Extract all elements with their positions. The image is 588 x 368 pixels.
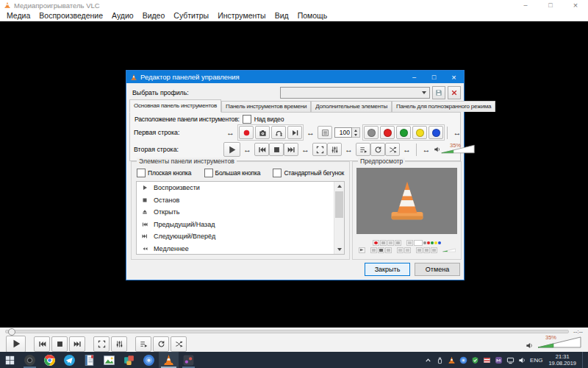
play-button[interactable] [6, 336, 26, 353]
playlist-button[interactable] [135, 336, 151, 352]
flat-button-option[interactable]: Плоская кнопка [137, 169, 191, 177]
checkbox[interactable] [273, 169, 282, 177]
teletext-green-button[interactable] [396, 126, 411, 139]
ab-loop-button[interactable] [271, 126, 286, 139]
taskbar-browser-dark[interactable] [20, 352, 40, 368]
previous-button[interactable] [34, 336, 50, 352]
spin-down-arrow[interactable] [352, 132, 359, 137]
volume-widget[interactable]: 35% [441, 144, 475, 155]
blue-app-tray-icon[interactable] [459, 356, 467, 364]
native-slider-option[interactable]: Стандартный бегунок [273, 169, 344, 177]
checkbox[interactable] [204, 169, 213, 177]
striped-flag-tray-icon[interactable] [483, 356, 491, 364]
snapshot-button[interactable] [255, 126, 270, 139]
next-button[interactable] [69, 336, 85, 352]
profile-combobox[interactable] [280, 87, 430, 99]
tab-advanced-widget[interactable]: Дополнительные элементы [311, 101, 392, 112]
volume-slider[interactable]: 35% [537, 336, 582, 351]
save-profile-button[interactable] [432, 86, 445, 99]
scroll-up-arrow[interactable] [334, 182, 344, 191]
record-button[interactable] [239, 126, 254, 139]
seek-slider[interactable] [5, 330, 569, 333]
list-scrollbar[interactable] [334, 182, 344, 254]
list-item-open[interactable]: Открыть [137, 206, 344, 219]
menu-subtitles[interactable]: Субтитры [169, 11, 213, 20]
network-icon[interactable] [506, 356, 514, 364]
taskbar-photos[interactable] [99, 352, 119, 368]
minimize-button[interactable] [513, 0, 538, 10]
seek-handle[interactable] [8, 328, 15, 336]
taskbar-app-blue[interactable] [139, 352, 159, 368]
extended-settings-button[interactable] [111, 336, 127, 352]
teletext-blue-button[interactable] [429, 126, 443, 139]
equalizer-widget[interactable] [327, 143, 342, 156]
taskbar-notepad[interactable] [79, 352, 99, 368]
tab-fullscreen-controller[interactable]: Панель для полноэкранного режима [392, 101, 495, 112]
spacer-widget [298, 145, 312, 154]
maximize-button[interactable] [538, 0, 563, 10]
fullscreen-widget[interactable] [312, 143, 327, 156]
teletext-yellow-button[interactable] [412, 126, 427, 139]
volume-tray-icon[interactable] [518, 356, 526, 364]
language-indicator[interactable]: ENG [530, 357, 542, 364]
hidden-icons-chevron[interactable] [424, 356, 432, 364]
play-widget[interactable] [223, 142, 240, 157]
clock[interactable]: 21:31 19.08.2019 [546, 353, 578, 367]
start-button[interactable] [0, 352, 20, 368]
stop-button[interactable] [51, 336, 68, 352]
shuffle-widget[interactable] [385, 143, 400, 156]
list-item-play[interactable]: Воспроизвести [137, 182, 344, 194]
dialog-maximize-button[interactable] [424, 71, 444, 83]
above-video-checkbox[interactable] [243, 115, 251, 124]
big-button-option[interactable]: Большая кнопка [204, 169, 261, 177]
shuffle-button[interactable] [171, 336, 187, 352]
tab-main-toolbar[interactable]: Основная панель инструментов [129, 99, 221, 113]
tab-time-toolbar[interactable]: Панель инструментов времени [221, 101, 311, 112]
list-item-stop[interactable]: Останов [137, 194, 344, 207]
teletext-page-spinbox[interactable]: 100 [334, 127, 360, 138]
teletext-red-button[interactable] [380, 126, 395, 139]
mini-shuffle [431, 247, 437, 253]
dialog-close-button[interactable] [444, 71, 464, 83]
scroll-down-arrow[interactable] [334, 245, 344, 254]
taskbar-vlc[interactable] [159, 352, 179, 368]
purple-m-app-icon[interactable] [495, 356, 503, 364]
close-dialog-button[interactable]: Закрыть [365, 263, 410, 276]
menu-playback[interactable]: Воспроизведение [35, 11, 107, 20]
checkbox[interactable] [137, 169, 146, 177]
show-desktop-button[interactable] [582, 352, 586, 368]
vlc-tray-icon[interactable] [448, 356, 456, 364]
loop-widget[interactable] [370, 143, 385, 156]
scrollbar-thumb[interactable] [335, 191, 343, 218]
delete-profile-button[interactable] [448, 86, 461, 99]
taskbar-chrome[interactable] [40, 352, 60, 368]
previous-widget[interactable] [254, 143, 269, 156]
close-button[interactable] [563, 0, 588, 10]
menu-media[interactable]: Медиа [2, 11, 35, 20]
menu-video[interactable]: Видео [138, 11, 170, 20]
frame-by-frame-button[interactable] [287, 126, 302, 139]
menu-view[interactable]: Вид [270, 11, 293, 20]
speaker-icon[interactable] [526, 342, 534, 350]
taskbar-app-misc[interactable] [119, 352, 139, 368]
usb-tray-icon[interactable] [436, 356, 444, 364]
taskbar-app-dark[interactable] [179, 352, 198, 368]
menu-help[interactable]: Помощь [293, 11, 332, 20]
teletext-gray-button[interactable] [364, 126, 379, 139]
cancel-button[interactable]: Отмена [415, 263, 460, 276]
antivirus-shield-icon[interactable] [471, 356, 479, 364]
loop-button[interactable] [153, 336, 169, 352]
fullscreen-button[interactable] [93, 336, 110, 352]
list-item-previous[interactable]: Предыдущий/Назад [137, 219, 344, 231]
menus-button[interactable] [318, 126, 332, 139]
dialog-minimize-button[interactable] [404, 71, 424, 83]
list-item-next[interactable]: Следующий/Вперёд [137, 230, 344, 243]
taskbar-telegram[interactable] [60, 352, 79, 368]
stop-widget[interactable] [269, 143, 284, 156]
list-item-slower[interactable]: Медленнее [137, 243, 344, 255]
playlist-widget[interactable] [356, 143, 370, 156]
menu-tools[interactable]: Инструменты [213, 11, 270, 20]
menu-audio[interactable]: Аудио [107, 11, 138, 20]
spinbox-value[interactable]: 100 [334, 127, 352, 138]
next-widget[interactable] [284, 143, 298, 156]
